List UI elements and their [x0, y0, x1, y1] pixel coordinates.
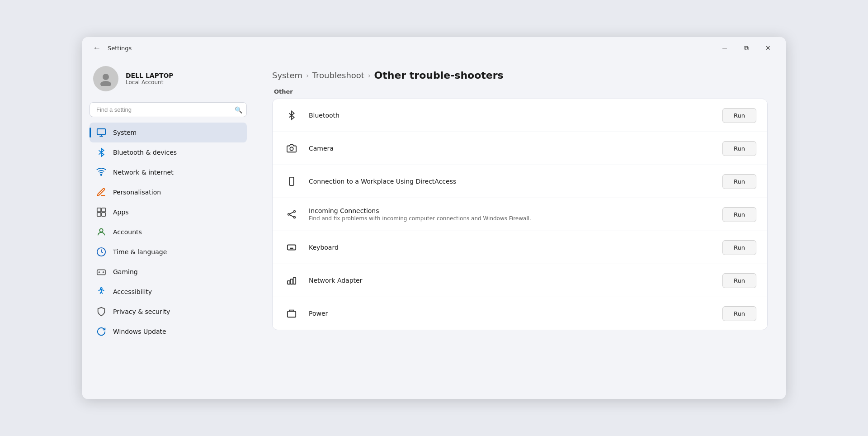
nav-label-gaming: Gaming: [113, 268, 241, 275]
ts-name-incoming: Incoming Connections: [309, 207, 713, 214]
svg-rect-4: [97, 208, 101, 212]
svg-rect-10: [97, 270, 105, 275]
run-button-power[interactable]: Run: [722, 306, 756, 321]
ts-item-network: Network Adapter Run: [273, 264, 767, 297]
svg-point-8: [99, 229, 103, 232]
svg-point-15: [288, 213, 290, 215]
ts-name-power: Power: [309, 310, 713, 317]
svg-rect-29: [288, 311, 296, 317]
svg-rect-26: [288, 281, 290, 284]
nav-label-time: Time & language: [113, 248, 241, 256]
search-icon-button[interactable]: 🔍: [235, 106, 242, 114]
run-button-directaccess[interactable]: Run: [722, 174, 756, 189]
profile-section: DELL LAPTOP Local Account: [90, 59, 247, 100]
sidebar: DELL LAPTOP Local Account 🔍 System Bluet…: [82, 59, 254, 399]
nav-label-apps: Apps: [113, 209, 241, 216]
window-title: Settings: [108, 45, 714, 52]
svg-rect-5: [102, 208, 105, 212]
sidebar-item-system[interactable]: System: [90, 123, 247, 142]
sidebar-item-personalisation[interactable]: Personalisation: [90, 182, 247, 202]
nav-label-system: System: [113, 129, 241, 136]
sidebar-item-bluetooth[interactable]: Bluetooth & devices: [90, 142, 247, 162]
profile-sub: Local Account: [126, 79, 174, 85]
svg-point-12: [290, 147, 293, 150]
ts-item-directaccess: Connection to a Workplace Using DirectAc…: [273, 165, 767, 198]
nav-list: System Bluetooth & devices Network & int…: [90, 123, 247, 341]
svg-point-11: [100, 288, 102, 289]
nav-label-personalisation: Personalisation: [113, 189, 241, 196]
network-ts-icon: [283, 272, 300, 289]
run-button-keyboard[interactable]: Run: [722, 240, 756, 255]
sidebar-item-privacy[interactable]: Privacy & security: [90, 302, 247, 322]
apps-icon: [96, 207, 107, 218]
avatar: [93, 66, 118, 91]
nav-label-accounts: Accounts: [113, 228, 241, 236]
update-icon: [96, 326, 107, 337]
accessibility-icon: [96, 286, 107, 297]
ts-text-keyboard: Keyboard: [309, 244, 713, 251]
main-content: System › Troubleshoot › Other trouble-sh…: [254, 59, 786, 399]
profile-name: DELL LAPTOP: [126, 72, 174, 79]
gaming-icon: [96, 266, 107, 277]
personalisation-icon: [96, 187, 107, 198]
search-box: 🔍: [90, 102, 247, 117]
breadcrumb-sep2: ›: [368, 72, 371, 79]
ts-name-keyboard: Keyboard: [309, 244, 713, 251]
section-label: Other: [272, 88, 768, 95]
nav-label-privacy: Privacy & security: [113, 308, 241, 315]
ts-item-power: Power Run: [273, 297, 767, 330]
sidebar-item-time[interactable]: Time & language: [90, 242, 247, 262]
ts-name-directaccess: Connection to a Workplace Using DirectAc…: [309, 178, 713, 185]
sidebar-item-apps[interactable]: Apps: [90, 202, 247, 222]
incoming-ts-icon: [283, 206, 300, 223]
nav-label-network: Network & internet: [113, 169, 241, 176]
ts-item-bluetooth: Bluetooth Run: [273, 99, 767, 132]
ts-text-power: Power: [309, 310, 713, 317]
svg-point-0: [103, 74, 109, 80]
breadcrumb-sep1: ›: [306, 72, 309, 79]
ts-name-bluetooth: Bluetooth: [309, 112, 713, 119]
sidebar-item-accessibility[interactable]: Accessibility: [90, 282, 247, 302]
run-button-incoming[interactable]: Run: [722, 207, 756, 222]
ts-item-incoming: Incoming Connections Find and fix proble…: [273, 198, 767, 231]
nav-label-update: Windows Update: [113, 328, 241, 335]
breadcrumb: System › Troubleshoot › Other trouble-sh…: [272, 70, 768, 81]
bluetooth-ts-icon: [283, 107, 300, 123]
svg-line-19: [289, 215, 293, 217]
network-icon: [96, 167, 107, 178]
sidebar-item-network[interactable]: Network & internet: [90, 162, 247, 182]
troubleshooters-list: Bluetooth Run Camera Run Connection to a…: [272, 99, 768, 330]
maximize-button[interactable]: ⧉: [736, 41, 757, 55]
breadcrumb-current: Other trouble-shooters: [374, 70, 504, 81]
breadcrumb-troubleshoot[interactable]: Troubleshoot: [312, 71, 364, 80]
svg-point-17: [294, 217, 296, 218]
svg-point-1: [100, 81, 111, 86]
power-ts-icon: [283, 305, 300, 322]
run-button-network[interactable]: Run: [722, 273, 756, 288]
ts-item-keyboard: Keyboard Run: [273, 231, 767, 264]
system-icon: [96, 127, 107, 138]
breadcrumb-system[interactable]: System: [272, 71, 302, 80]
ts-text-camera: Camera: [309, 145, 713, 152]
run-button-bluetooth[interactable]: Run: [722, 108, 756, 123]
sidebar-item-update[interactable]: Windows Update: [90, 322, 247, 341]
svg-rect-28: [293, 278, 296, 284]
svg-point-16: [294, 211, 296, 213]
directaccess-ts-icon: [283, 173, 300, 190]
close-button[interactable]: ✕: [758, 41, 778, 55]
nav-label-accessibility: Accessibility: [113, 288, 241, 295]
back-button[interactable]: ←: [90, 41, 104, 55]
minimize-button[interactable]: ─: [714, 41, 735, 55]
svg-line-18: [289, 212, 293, 214]
svg-rect-13: [289, 177, 293, 185]
run-button-camera[interactable]: Run: [722, 141, 756, 156]
ts-text-directaccess: Connection to a Workplace Using DirectAc…: [309, 178, 713, 185]
sidebar-item-gaming[interactable]: Gaming: [90, 262, 247, 282]
svg-rect-7: [102, 213, 105, 216]
sidebar-item-accounts[interactable]: Accounts: [90, 222, 247, 242]
ts-text-network: Network Adapter: [309, 277, 713, 284]
nav-label-bluetooth: Bluetooth & devices: [113, 149, 241, 156]
search-input[interactable]: [90, 102, 247, 117]
keyboard-ts-icon: [283, 239, 300, 256]
window-controls: ─ ⧉ ✕: [714, 41, 778, 55]
